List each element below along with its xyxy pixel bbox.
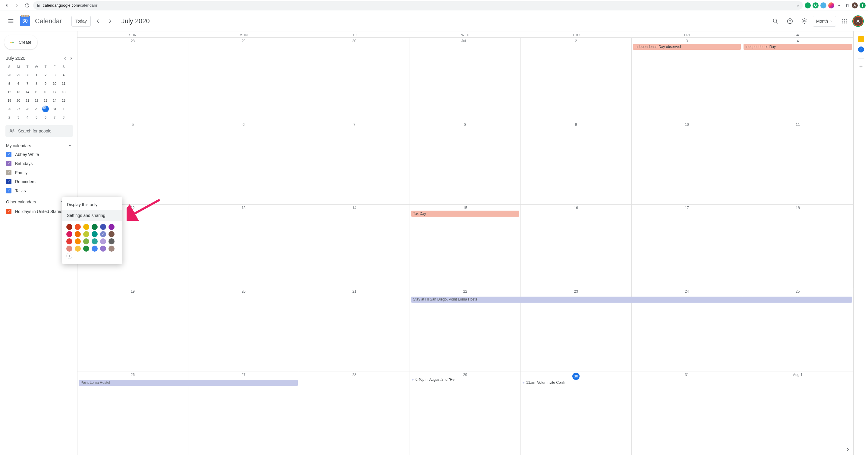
day-cell[interactable]: 28 bbox=[299, 371, 410, 455]
calendar-checkbox[interactable]: ✓ bbox=[6, 152, 11, 157]
search-button[interactable] bbox=[770, 15, 781, 27]
mini-calendar-grid[interactable]: SMTWTFS282930123456789101112131415161718… bbox=[5, 62, 77, 122]
multi-day-event[interactable]: Stay at HI San Diego, Point Loma Hostel bbox=[411, 296, 852, 303]
mini-next-button[interactable] bbox=[69, 56, 73, 61]
calendar-checkbox[interactable]: ✓ bbox=[6, 188, 11, 193]
mini-day[interactable]: 4 bbox=[59, 71, 68, 79]
event-chip[interactable]: Independence Day bbox=[744, 44, 852, 50]
mini-day[interactable]: 25 bbox=[59, 96, 68, 105]
mini-day[interactable]: 6 bbox=[14, 79, 23, 88]
add-color-button[interactable]: + bbox=[66, 253, 72, 259]
forward-button[interactable] bbox=[13, 1, 21, 10]
mini-day[interactable]: 8 bbox=[32, 79, 41, 88]
display-only-item[interactable]: Display this only bbox=[62, 199, 122, 210]
mini-day[interactable]: 7 bbox=[50, 113, 59, 122]
mini-day[interactable]: 7 bbox=[23, 79, 32, 88]
day-cell[interactable]: 30 bbox=[299, 38, 410, 121]
settings-sharing-item[interactable]: Settings and sharing bbox=[62, 210, 122, 221]
mini-day[interactable]: 1 bbox=[32, 71, 41, 79]
mini-day[interactable]: 17 bbox=[50, 88, 59, 96]
next-period-button[interactable] bbox=[105, 16, 115, 26]
day-cell[interactable]: 28 bbox=[78, 38, 188, 121]
back-button[interactable] bbox=[2, 1, 11, 10]
add-addon-button[interactable]: + bbox=[859, 63, 863, 70]
create-button[interactable]: Create bbox=[4, 35, 37, 50]
day-cell[interactable]: 29 bbox=[188, 38, 299, 121]
color-swatch[interactable] bbox=[92, 224, 98, 230]
mini-day[interactable]: 31 bbox=[50, 105, 59, 113]
search-people-input[interactable]: Search for people bbox=[5, 125, 73, 137]
day-cell[interactable]: 31 bbox=[632, 371, 743, 455]
color-swatch[interactable] bbox=[108, 238, 115, 245]
calendar-checkbox[interactable]: ✓ bbox=[6, 161, 11, 166]
cast-icon[interactable]: ◧ bbox=[844, 2, 850, 8]
mini-day[interactable]: 20 bbox=[14, 96, 23, 105]
timed-event[interactable]: 6:40pmAugust 2nd "Re bbox=[412, 377, 519, 382]
mini-day[interactable]: 3 bbox=[50, 71, 59, 79]
color-swatch[interactable] bbox=[92, 238, 98, 245]
extension-icon-2[interactable]: G bbox=[812, 2, 818, 8]
color-swatch[interactable] bbox=[83, 231, 89, 237]
mini-day[interactable]: 27 bbox=[14, 105, 23, 113]
mini-day[interactable]: 13 bbox=[14, 88, 23, 96]
mini-day[interactable]: 23 bbox=[41, 96, 50, 105]
star-icon[interactable]: ☆ bbox=[796, 3, 800, 7]
mini-day[interactable]: 15 bbox=[32, 88, 41, 96]
mini-day[interactable]: 30 bbox=[23, 71, 32, 79]
mini-day[interactable]: 10 bbox=[50, 79, 59, 88]
day-cell[interactable]: 8 bbox=[410, 121, 521, 205]
mini-day[interactable]: 12 bbox=[5, 88, 14, 96]
day-cell[interactable]: 5 bbox=[78, 121, 188, 205]
extension-icon-3[interactable] bbox=[820, 2, 827, 8]
day-cell[interactable]: 21 bbox=[299, 288, 410, 371]
mini-day[interactable]: 21 bbox=[23, 96, 32, 105]
day-cell[interactable]: 296:40pmAugust 2nd "Re bbox=[410, 371, 521, 455]
mini-day[interactable]: 2 bbox=[41, 71, 50, 79]
day-cell[interactable]: 17 bbox=[632, 205, 743, 288]
day-cell[interactable]: 3011amVoter Invite Confi bbox=[521, 371, 632, 455]
multi-day-event[interactable]: Point Loma Hostel bbox=[79, 380, 298, 386]
google-apps-button[interactable] bbox=[838, 15, 850, 27]
calendar-item[interactable]: ✓Family bbox=[4, 168, 77, 177]
expand-arrow-button[interactable] bbox=[844, 446, 851, 453]
day-cell[interactable]: Jul 1 bbox=[410, 38, 521, 121]
main-menu-button[interactable] bbox=[5, 15, 17, 27]
mini-day[interactable]: 4 bbox=[23, 113, 32, 122]
day-cell[interactable]: 13 bbox=[188, 205, 299, 288]
color-swatch[interactable]: ✓ bbox=[100, 231, 106, 237]
calendar-item[interactable]: ✓Reminders bbox=[4, 177, 77, 186]
mini-day[interactable]: 11 bbox=[59, 79, 68, 88]
keep-icon[interactable] bbox=[858, 36, 864, 42]
mini-day[interactable]: 9 bbox=[41, 79, 50, 88]
profile-avatar[interactable]: A bbox=[852, 2, 858, 8]
day-cell[interactable]: 4Independence Day bbox=[742, 38, 853, 121]
color-swatch[interactable] bbox=[75, 224, 81, 230]
day-cell[interactable]: 18 bbox=[742, 205, 853, 288]
mini-day[interactable]: 29 bbox=[32, 105, 41, 113]
color-swatch[interactable] bbox=[83, 246, 89, 252]
day-cell[interactable]: Aug 1 bbox=[742, 371, 853, 455]
mini-day[interactable]: 8 bbox=[59, 113, 68, 122]
settings-button[interactable] bbox=[798, 15, 810, 27]
today-button[interactable]: Today bbox=[71, 16, 90, 27]
reload-button[interactable] bbox=[23, 1, 31, 10]
color-swatch[interactable] bbox=[108, 224, 115, 230]
day-cell[interactable]: 7 bbox=[299, 121, 410, 205]
prev-period-button[interactable] bbox=[93, 16, 103, 26]
day-cell[interactable]: 3Independence Day observed bbox=[632, 38, 743, 121]
mini-day[interactable]: 28 bbox=[23, 105, 32, 113]
day-cell[interactable]: 19 bbox=[78, 288, 188, 371]
calendar-checkbox[interactable]: ✓ bbox=[6, 209, 11, 214]
mini-day[interactable]: 30 bbox=[41, 105, 50, 113]
my-calendars-section[interactable]: My calendars bbox=[4, 140, 77, 150]
extensions-puzzle-icon[interactable]: ✦ bbox=[836, 2, 842, 8]
day-cell[interactable]: 6 bbox=[188, 121, 299, 205]
extension-icon-4[interactable] bbox=[828, 2, 834, 8]
color-swatch[interactable] bbox=[100, 224, 106, 230]
mini-day[interactable]: 18 bbox=[59, 88, 68, 96]
color-swatch[interactable] bbox=[83, 224, 89, 230]
event-chip[interactable]: Tax Day bbox=[411, 210, 519, 217]
update-icon[interactable]: ⬆ bbox=[860, 2, 866, 8]
calendar-checkbox[interactable]: ✓ bbox=[6, 170, 11, 175]
mini-day[interactable]: 28 bbox=[5, 71, 14, 79]
